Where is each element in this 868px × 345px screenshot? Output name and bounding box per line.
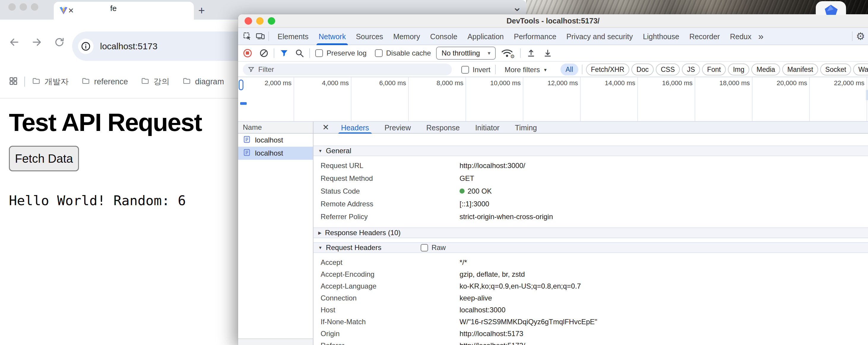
response-headers-section-header[interactable]: ▶ Response Headers (10)	[313, 227, 868, 238]
filter-chip-doc[interactable]: Doc	[631, 64, 654, 75]
minimize-window-button[interactable]	[256, 17, 264, 25]
name-column-header[interactable]: Name	[238, 122, 313, 134]
request-row[interactable]: localhost	[238, 147, 313, 160]
preserve-log-toggle[interactable]: Preserve log	[315, 49, 367, 57]
raw-toggle[interactable]: Raw	[421, 244, 446, 252]
header-row-accept: Accept*/*	[313, 256, 868, 269]
folder-icon	[82, 77, 90, 86]
disable-cache-checkbox[interactable]	[375, 49, 383, 57]
header-name: Accept	[313, 258, 460, 266]
close-window-button[interactable]	[245, 17, 252, 25]
api-output-text: Hello World! Random: 6	[9, 193, 241, 209]
details-tab-preview[interactable]: Preview	[384, 122, 411, 134]
search-icon[interactable]	[295, 49, 304, 58]
overview-activity-bar	[240, 102, 247, 105]
close-window-button[interactable]	[8, 3, 16, 11]
filter-chip-media[interactable]: Media	[751, 64, 780, 75]
devtools-tab-console[interactable]: Console	[425, 28, 463, 45]
timeline-label: 14,000 ms	[582, 79, 635, 87]
export-har-icon[interactable]	[543, 49, 552, 58]
forward-button[interactable]	[31, 37, 42, 48]
fetch-data-button[interactable]: Fetch Data	[9, 146, 79, 171]
devtools-tab-privacy-and-security[interactable]: Privacy and security	[561, 28, 638, 45]
bookmark-folder-강의[interactable]: 강의	[141, 76, 169, 87]
requests-header-row: Name ✕ HeadersPreviewResponseInitiatorTi…	[238, 122, 868, 134]
network-conditions-icon[interactable]: ⚙	[501, 48, 514, 59]
invert-toggle[interactable]: Invert	[461, 66, 490, 74]
close-details-icon[interactable]: ✕	[322, 123, 329, 132]
import-har-icon[interactable]	[527, 49, 535, 58]
timeline-gridline	[351, 77, 351, 121]
inspect-element-icon[interactable]	[243, 32, 252, 41]
zoom-window-button[interactable]	[31, 3, 38, 11]
filter-chip-socket[interactable]: Socket	[820, 64, 851, 75]
filter-chip-img[interactable]: Img	[728, 64, 749, 75]
new-tab-button[interactable]: +	[198, 4, 205, 17]
bookmark-folder-reference[interactable]: reference	[82, 76, 128, 87]
devtools-tab-redux[interactable]: Redux	[725, 28, 756, 45]
header-value: [::1]:3000	[460, 200, 489, 208]
devtools-tab-elements[interactable]: Elements	[273, 28, 313, 45]
back-button[interactable]	[9, 37, 20, 48]
timeline-gridline	[867, 77, 867, 121]
bookmark-folder-개발자[interactable]: 개발자	[32, 76, 69, 87]
filter-input[interactable]: Filter	[243, 64, 452, 75]
site-info-icon[interactable]	[78, 39, 94, 54]
devtools-traffic-lights[interactable]	[245, 17, 275, 25]
filter-chip-fetchxhr[interactable]: Fetch/XHR	[586, 64, 629, 75]
details-tab-headers[interactable]: Headers	[341, 122, 369, 134]
devtools-tab-lighthouse[interactable]: Lighthouse	[638, 28, 684, 45]
screen: fe ✕ + ⌄ localhost:5173	[0, 0, 868, 345]
filter-chip-all[interactable]: All	[560, 64, 578, 75]
tab-strip-chevron-icon[interactable]: ⌄	[513, 1, 522, 14]
invert-checkbox[interactable]	[461, 66, 469, 74]
record-network-log-button[interactable]	[243, 49, 252, 57]
reload-button[interactable]	[54, 37, 65, 48]
request-headers-section-header[interactable]: ▼ Request Headers Raw	[313, 242, 868, 253]
minimize-window-button[interactable]	[20, 3, 27, 11]
filter-chip-css[interactable]: CSS	[656, 64, 680, 75]
details-tab-timing[interactable]: Timing	[515, 122, 537, 134]
bookmark-folder-diagram[interactable]: diagram	[183, 76, 224, 87]
devtools-tab-network[interactable]: Network	[313, 28, 351, 45]
devtools-tab-recorder[interactable]: Recorder	[684, 28, 725, 45]
request-details-tabbar: ✕ HeadersPreviewResponseInitiatorTiming	[313, 122, 868, 134]
request-row[interactable]: localhost	[238, 134, 313, 147]
browser-traffic-lights[interactable]	[8, 3, 38, 11]
more-filters-dropdown[interactable]: More filters ▾	[505, 66, 547, 74]
devtools-tab-memory[interactable]: Memory	[388, 28, 425, 45]
timeline-label: 18,000 ms	[696, 79, 750, 87]
network-overview-timeline[interactable]: 2,000 ms4,000 ms6,000 ms8,000 ms10,000 m…	[238, 77, 868, 122]
details-tab-initiator[interactable]: Initiator	[475, 122, 500, 134]
filter-chip-js[interactable]: JS	[682, 64, 700, 75]
filter-chip-wasm[interactable]: Wasm	[853, 64, 868, 75]
filter-chip-font[interactable]: Font	[702, 64, 726, 75]
devtools-tab-application[interactable]: Application	[463, 28, 509, 45]
clear-network-log-icon[interactable]	[259, 49, 268, 58]
throttling-select[interactable]: No throttling ▾	[436, 46, 495, 60]
device-toolbar-icon[interactable]	[256, 32, 265, 41]
timeline-label: 2,000 ms	[238, 79, 291, 87]
general-section-header[interactable]: ▼ General	[313, 146, 868, 156]
details-tab-response[interactable]: Response	[426, 122, 460, 134]
expanded-triangle-icon: ▼	[318, 149, 322, 153]
header-value: http://localhost:5173/	[460, 341, 525, 345]
more-tabs-button[interactable]: »	[758, 31, 764, 42]
bookmark-label: 강의	[153, 76, 169, 87]
header-row-accept-language: Accept-Languageko-KR,ko;q=0.9,en-US;q=0.…	[313, 280, 868, 292]
filter-chip-manifest[interactable]: Manifest	[782, 64, 818, 75]
raw-checkbox[interactable]	[421, 244, 428, 251]
browser-toolbar: localhost:5173	[0, 20, 241, 65]
timeline-gridline	[293, 77, 294, 121]
preserve-log-checkbox[interactable]	[315, 49, 323, 57]
page-heading: Test API Request	[9, 108, 241, 137]
zoom-window-button[interactable]	[268, 17, 275, 25]
apps-grid-icon[interactable]	[9, 76, 18, 87]
devtools-tab-performance[interactable]: Performance	[509, 28, 561, 45]
devtools-tab-sources[interactable]: Sources	[351, 28, 388, 45]
settings-gear-icon[interactable]: ⚙	[856, 30, 865, 42]
filter-icon[interactable]	[280, 49, 288, 58]
browser-tab[interactable]: fe ✕	[54, 2, 194, 20]
disable-cache-toggle[interactable]: Disable cache	[375, 49, 431, 57]
request-name: localhost	[255, 136, 283, 144]
